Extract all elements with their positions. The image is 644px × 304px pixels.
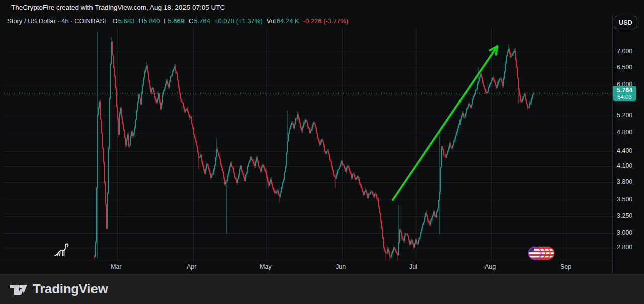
low-value: L5.669 — [164, 17, 185, 25]
candle — [374, 193, 375, 198]
candle — [314, 121, 315, 126]
candle — [195, 136, 196, 143]
candle — [235, 176, 236, 179]
candle — [171, 74, 172, 78]
candle — [204, 168, 205, 175]
candle — [277, 189, 278, 194]
candle — [197, 146, 198, 154]
candle — [192, 123, 193, 129]
candle — [433, 211, 434, 217]
candle — [128, 132, 129, 148]
candle — [359, 177, 360, 185]
candle — [479, 76, 480, 82]
candle — [115, 75, 116, 90]
candle — [123, 122, 124, 131]
candle — [367, 192, 368, 199]
candle — [492, 77, 493, 81]
candle — [438, 200, 439, 211]
candle — [190, 116, 191, 119]
candle — [211, 173, 212, 178]
candle — [147, 65, 148, 74]
candle — [318, 137, 319, 143]
time-axis-label: May — [260, 263, 272, 270]
candle — [470, 105, 471, 109]
candle — [220, 158, 221, 166]
candle — [319, 139, 320, 146]
candle — [339, 166, 340, 170]
candle — [452, 144, 453, 150]
time-axis[interactable]: MarAprMayJunJulAugSep — [0, 261, 612, 274]
candle — [170, 76, 171, 82]
candle — [372, 191, 373, 195]
candle — [477, 82, 478, 92]
candle — [126, 139, 127, 147]
candle — [443, 149, 444, 156]
candle — [448, 146, 449, 152]
change-value: +0.078 (+1.37%) — [214, 17, 263, 25]
candle — [217, 147, 218, 153]
candle — [385, 250, 386, 260]
candle — [178, 79, 179, 88]
tradingview-logo-link[interactable]: TradingView — [9, 281, 108, 298]
time-axis-label: Jul — [409, 263, 417, 270]
candle — [101, 119, 102, 134]
candle — [275, 190, 277, 194]
candle — [102, 132, 103, 149]
candle — [161, 103, 162, 111]
candle — [430, 219, 431, 226]
candle — [337, 169, 338, 176]
price-axis[interactable]: 7.0006.5006.0005.2004.8004.4004.1003.800… — [612, 14, 644, 261]
candle — [279, 193, 280, 202]
dinosaur-sticker-icon[interactable] — [53, 242, 72, 258]
candle — [99, 101, 100, 109]
currency-button[interactable]: USD — [614, 16, 637, 29]
candle — [451, 146, 452, 149]
candle — [516, 58, 517, 68]
candle — [205, 167, 206, 175]
candle — [513, 51, 514, 56]
candle — [401, 231, 402, 240]
candle — [373, 193, 374, 198]
candle — [285, 165, 286, 173]
candle — [239, 167, 240, 177]
candle — [338, 168, 339, 172]
tradingview-logo-icon — [9, 281, 28, 298]
candle — [503, 77, 504, 88]
candle — [105, 181, 106, 206]
candle — [482, 76, 483, 83]
candle — [94, 255, 95, 259]
candle — [219, 154, 220, 160]
candle — [474, 93, 475, 97]
candle — [371, 191, 372, 193]
candle — [106, 204, 107, 230]
candle — [246, 171, 247, 177]
candle — [321, 138, 322, 143]
bar-countdown: 54:03 — [613, 94, 636, 100]
candle — [243, 172, 244, 178]
candle — [519, 88, 520, 96]
candle — [325, 151, 326, 154]
candle — [274, 189, 275, 194]
candle — [437, 208, 438, 213]
candle — [327, 149, 328, 153]
candle — [172, 69, 173, 77]
candle — [202, 159, 203, 167]
candle — [500, 77, 501, 80]
candle — [514, 49, 515, 53]
candle — [295, 118, 296, 125]
candle — [175, 64, 176, 74]
candle — [383, 237, 384, 249]
candle — [375, 192, 376, 196]
candle — [395, 249, 396, 253]
tradingview-footer: TradingView — [0, 274, 644, 304]
candle — [301, 126, 302, 132]
candle — [354, 172, 355, 179]
candle — [159, 93, 160, 104]
candle — [462, 112, 463, 118]
candle — [137, 101, 138, 112]
us-flag-stickers-icon[interactable] — [526, 245, 556, 261]
symbol-title[interactable]: Story / US Dollar · 4h · COINBASE — [7, 17, 109, 25]
candle — [396, 251, 397, 254]
current-price-value: 5.764 — [613, 87, 636, 94]
time-axis-label: Aug — [485, 263, 496, 270]
